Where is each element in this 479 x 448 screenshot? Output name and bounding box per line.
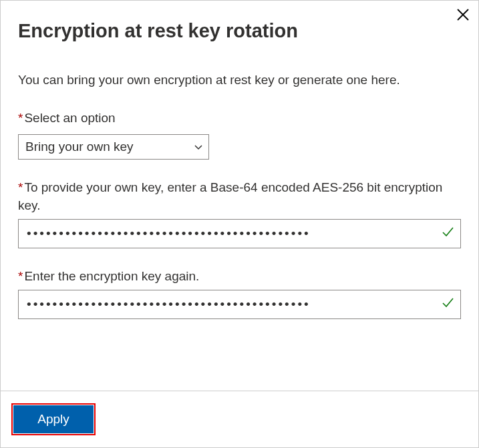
select-option-wrapper: Bring your own key	[18, 134, 209, 160]
encryption-key-label-text: To provide your own key, enter a Base-64…	[18, 180, 442, 213]
panel-content: Encryption at rest key rotation You can …	[1, 1, 478, 319]
encryption-key-field: *To provide your own key, enter a Base-6…	[18, 178, 461, 248]
encryption-key-confirm-label-text: Enter the encryption key again.	[24, 269, 199, 283]
apply-button-highlight: Apply	[11, 403, 96, 435]
panel-footer: Apply	[1, 391, 478, 447]
required-indicator: *	[18, 180, 23, 194]
select-option-dropdown[interactable]: Bring your own key	[18, 134, 209, 160]
encryption-rotation-panel: Encryption at rest key rotation You can …	[0, 0, 479, 448]
close-icon	[457, 6, 469, 24]
apply-button[interactable]: Apply	[13, 405, 94, 433]
encryption-key-label: *To provide your own key, enter a Base-6…	[18, 178, 461, 215]
required-indicator: *	[18, 269, 23, 283]
encryption-key-confirm-label: *Enter the encryption key again.	[18, 267, 461, 286]
encryption-key-input-wrapper	[18, 219, 461, 248]
select-option-label-text: Select an option	[24, 111, 115, 125]
encryption-key-input[interactable]	[18, 219, 461, 248]
panel-title: Encryption at rest key rotation	[18, 19, 461, 43]
required-indicator: *	[18, 111, 23, 125]
panel-description: You can bring your own encryption at res…	[18, 71, 461, 89]
encryption-key-confirm-field: *Enter the encryption key again.	[18, 267, 461, 319]
encryption-key-confirm-input-wrapper	[18, 290, 461, 319]
close-button[interactable]	[454, 5, 472, 26]
select-option-field: *Select an option Bring your own key	[18, 109, 461, 160]
encryption-key-confirm-input[interactable]	[18, 290, 461, 319]
select-option-label: *Select an option	[18, 109, 461, 128]
